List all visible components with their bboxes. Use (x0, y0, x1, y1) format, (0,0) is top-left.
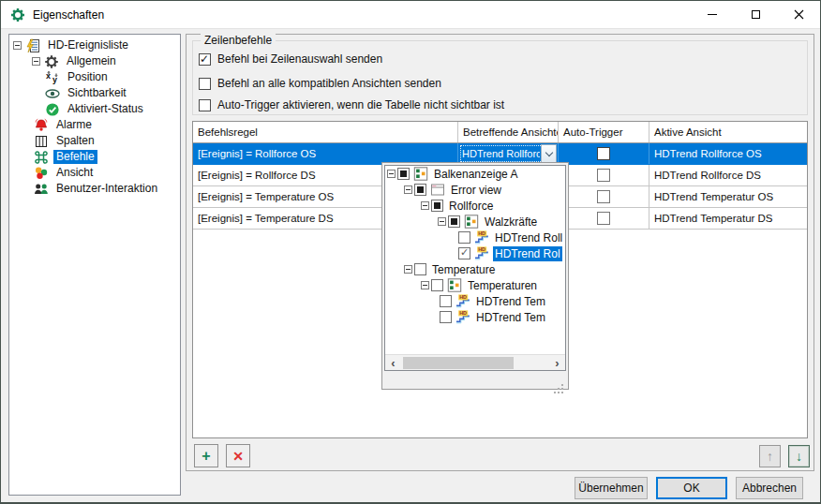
sidebar-item-label: Alarme (53, 118, 95, 132)
collapse-icon[interactable] (404, 185, 412, 194)
sidebar-item-position[interactable]: x y Position (9, 69, 180, 85)
title-bar: Eigenschaften (1, 1, 820, 29)
auto-trigger-checkbox[interactable] (597, 190, 610, 203)
sidebar-item-hd-ereignisliste[interactable]: HD-Ereignisliste (9, 37, 180, 53)
ok-button[interactable]: OK (656, 477, 727, 499)
rule-cell[interactable]: [Ereignis] = Rollforce OS (193, 143, 458, 164)
scrollbar-thumb[interactable] (403, 357, 514, 369)
chevron-left-icon: ‹ (391, 356, 395, 370)
sidebar-item-benutzer-interaktion[interactable]: Benutzer-Interaktion (9, 181, 180, 197)
tree-checkbox[interactable] (397, 168, 410, 180)
sidebar-item-alarme[interactable]: Alarme (9, 117, 180, 133)
move-up-button[interactable]: ↑ (759, 445, 781, 467)
tree-checkbox[interactable] (458, 231, 470, 244)
sidebar-item-ansicht[interactable]: Ansicht (9, 165, 180, 181)
tree-item-label: Walzkräfte (483, 215, 539, 230)
column-header-auto-trigger[interactable]: Auto-Trigger (559, 122, 649, 142)
tree-item-temperaturen[interactable]: Temperaturen (385, 277, 565, 293)
tree-item-rollforce[interactable]: Rollforce (385, 198, 565, 214)
bell-icon (34, 118, 49, 133)
checkbox-send-all-compatible[interactable]: Befehl an alle kompatiblen Ansichten sen… (199, 76, 441, 91)
sidebar-item-befehle[interactable]: Befehle (9, 149, 180, 165)
tree-item-label: Temperature (430, 262, 497, 277)
collapse-icon[interactable] (387, 170, 396, 178)
checkbox-icon[interactable] (199, 53, 211, 66)
auto-trigger-checkbox[interactable] (597, 169, 610, 182)
circles-icon (34, 166, 49, 181)
check-circle-icon (45, 102, 60, 117)
tree-item-hdtrend-temperatur-1[interactable]: HD HDTrend Tem (385, 293, 565, 309)
views-combobox[interactable]: HDTrend Rollforce OS (458, 143, 558, 164)
auto-trigger-checkbox[interactable] (597, 212, 610, 225)
collapse-icon[interactable] (421, 281, 429, 289)
move-down-button[interactable]: ↓ (788, 445, 810, 467)
sidebar-item-allgemein[interactable]: Allgemein (9, 53, 180, 69)
close-button[interactable] (777, 1, 820, 28)
collapse-icon[interactable] (404, 265, 412, 274)
combobox-dropdown-button[interactable] (541, 144, 557, 163)
tree-item-temperature[interactable]: Temperature (385, 261, 565, 277)
tree-item-hdtrend-temperatur-2[interactable]: HD HDTrend Tem (385, 309, 565, 325)
popup-footer (384, 371, 566, 389)
collapse-icon[interactable] (438, 217, 446, 226)
bar-display-icon (447, 278, 462, 292)
auto-trigger-checkbox[interactable] (597, 147, 610, 160)
add-row-button[interactable]: + (194, 444, 218, 467)
hd-trend-icon: HD (455, 310, 470, 324)
window-icon (430, 183, 445, 197)
collapse-icon[interactable] (421, 201, 429, 210)
sidebar-item-aktiviert-status[interactable]: Aktiviert-Status (9, 101, 180, 117)
collapse-icon[interactable] (32, 57, 40, 66)
group-title: Zeilenbefehle (201, 34, 276, 47)
window-title: Eigenschaften (33, 8, 104, 22)
checkbox-icon[interactable] (199, 78, 211, 90)
tree-item-balkenanzeige-a[interactable]: Balkenanzeige A (385, 166, 565, 182)
hd-trend-icon: HD (474, 230, 489, 245)
checkbox-icon[interactable] (199, 99, 211, 111)
horizontal-scrollbar[interactable]: ‹ › (385, 354, 565, 370)
tree-checkbox[interactable] (448, 215, 460, 228)
checkbox-autotrigger-hidden[interactable]: Auto-Trigger aktivieren, wenn die Tabell… (199, 97, 504, 112)
tree-item-walzkraefte[interactable]: Walzkräfte (385, 214, 565, 230)
tree-item-hdtrend-rollforce-2[interactable]: HD HDTrend Rol (385, 245, 565, 261)
position-xy-icon: x y (45, 70, 60, 85)
active-view-cell[interactable]: HDTrend Temperatur DS (649, 208, 807, 229)
column-header-betreffende-ansichten[interactable]: Betreffende Ansichten (458, 122, 559, 142)
tree-checkbox[interactable] (440, 295, 452, 307)
tree-checkbox[interactable] (431, 279, 443, 291)
sidebar-item-label: Aktiviert-Status (65, 102, 146, 116)
delete-row-button[interactable]: ✕ (226, 444, 250, 467)
arrow-down-icon: ↓ (796, 449, 802, 464)
active-view-cell[interactable]: HDTrend Temperatur OS (649, 186, 807, 207)
scroll-right-button[interactable]: › (549, 355, 565, 370)
maximize-button[interactable] (734, 1, 777, 28)
command-icon (34, 150, 49, 165)
cancel-button[interactable]: Abbrechen (736, 477, 803, 499)
tree-item-hdtrend-rollforce-1[interactable]: HD HDTrend Roll (385, 230, 565, 245)
checkbox-label: Befehl an alle kompatiblen Ansichten sen… (217, 77, 441, 90)
sidebar-item-sichtbarkeit[interactable]: Sichtbarkeit (9, 85, 180, 101)
tree-checkbox[interactable] (458, 247, 470, 259)
tree-checkbox[interactable] (414, 263, 426, 275)
collapse-icon[interactable] (13, 41, 22, 50)
sidebar-item-label: Befehle (53, 150, 97, 164)
dialog-button-bar: Übernehmen OK Abbrechen (186, 477, 803, 501)
active-view-cell[interactable]: HDTrend Rollforce OS (649, 143, 807, 164)
minimize-button[interactable] (691, 1, 734, 28)
tree-checkbox[interactable] (414, 184, 426, 196)
scroll-left-button[interactable]: ‹ (385, 355, 401, 370)
tree-checkbox[interactable] (431, 200, 443, 212)
tree-checkbox[interactable] (440, 311, 452, 323)
active-view-cell[interactable]: HDTrend Rollforce DS (649, 165, 807, 185)
views-dropdown-popup: Balkenanzeige A Error view Rollforce (381, 162, 569, 390)
properties-dialog: Eigenschaften HD-Ereignisliste (0, 0, 821, 504)
resize-grip-icon[interactable] (561, 384, 563, 386)
checkbox-send-on-row-select[interactable]: Befehl bei Zeilenauswahl senden (199, 52, 382, 67)
column-header-befehlsregel[interactable]: Befehlsregel (193, 122, 458, 142)
tree-item-error-view[interactable]: Error view (385, 182, 565, 198)
apply-button[interactable]: Übernehmen (575, 477, 648, 499)
column-header-aktive-ansicht[interactable]: Aktive Ansicht (649, 122, 807, 142)
sidebar-item-spalten[interactable]: Spalten (9, 133, 180, 149)
views-combobox-cell[interactable]: HDTrend Rollforce OS (458, 143, 559, 164)
table-header: Befehlsregel Betreffende Ansichten Auto-… (193, 122, 807, 143)
